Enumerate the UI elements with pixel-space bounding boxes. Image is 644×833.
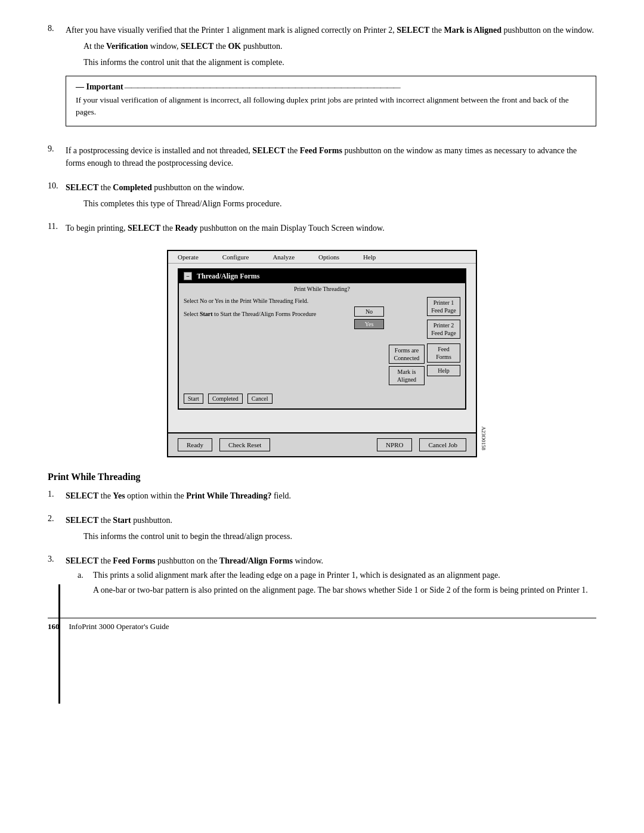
dialog-right-panel: Printer 1Feed Page Printer 2Feed Page Fo…: [389, 297, 460, 385]
ready-button[interactable]: Ready: [178, 438, 212, 451]
alpha-step-a: This prints a solid alignment mark after…: [78, 571, 596, 596]
instruction-2: Select Start to Start the Thread/Align F…: [184, 310, 349, 318]
pwt-step-3: SELECT the Feed Forms pushbutton on the …: [48, 555, 596, 600]
step-8: After you have visually verified that th…: [48, 24, 596, 136]
step-10: SELECT the Completed pushbutton on the w…: [48, 181, 596, 213]
feed-forms-button[interactable]: Feed Forms: [427, 343, 460, 363]
printer2-feed-page-button[interactable]: Printer 2Feed Page: [427, 320, 460, 339]
print-while-label: Print While Threading?: [179, 283, 465, 292]
step-8-sub-2: This informs the control unit that the a…: [66, 56, 596, 69]
step-10-text: SELECT the Completed pushbutton on the w…: [66, 181, 596, 194]
dialog-instructions: Select No or Yes in the Print While Thre…: [184, 297, 349, 385]
pwt-step-1: SELECT the Yes option within the Print W…: [48, 490, 596, 506]
menu-analyze[interactable]: Analyze: [273, 253, 295, 261]
status-group: Forms areConnected Mark isAligned: [389, 345, 425, 385]
product-name: InfoPrint 3000 Operator's Guide: [69, 622, 169, 631]
print-while-options: No Yes: [354, 297, 384, 385]
npro-button[interactable]: NPRO: [377, 438, 412, 451]
dialog-titlebar: − Thread/Align Forms: [179, 270, 465, 283]
step-9: If a postprocessing device is installed …: [48, 144, 596, 173]
dialog-title: Thread/Align Forms: [197, 272, 259, 281]
important-box: Important If your visual verification of…: [66, 76, 596, 126]
step-11: To begin printing, SELECT the Ready push…: [48, 222, 596, 238]
thread-align-dialog: − Thread/Align Forms Print While Threadi…: [178, 268, 466, 410]
cancel-job-button[interactable]: Cancel Job: [419, 438, 466, 451]
dialog-bottom-buttons: Start Completed Cancel: [179, 390, 465, 408]
start-button[interactable]: Start: [184, 394, 203, 404]
important-title: Important: [76, 82, 586, 92]
yes-option-button[interactable]: Yes: [354, 319, 384, 329]
minimize-button[interactable]: −: [184, 272, 192, 280]
step-8-text: After you have visually verified that th…: [66, 24, 596, 36]
printer1-feed-page-button[interactable]: Printer 1Feed Page: [427, 297, 460, 316]
pwt-step-2: SELECT the Start pushbutton. This inform…: [48, 514, 596, 546]
menu-operate[interactable]: Operate: [178, 253, 199, 261]
pwt-step-3-text: SELECT the Feed Forms pushbutton on the …: [66, 555, 596, 567]
menu-options[interactable]: Options: [318, 253, 339, 261]
pwt-step-2-sub: This informs the control unit to begin t…: [66, 530, 596, 543]
step-8-sub-1: At the Verification window, SELECT the O…: [66, 40, 596, 52]
check-reset-button[interactable]: Check Reset: [219, 438, 270, 451]
no-option-button[interactable]: No: [354, 306, 384, 317]
completed-button[interactable]: Completed: [208, 394, 243, 404]
step-11-text: To begin printing, SELECT the Ready push…: [66, 222, 596, 234]
menu-help[interactable]: Help: [363, 253, 376, 261]
menu-configure[interactable]: Configure: [222, 253, 249, 261]
print-while-threading-section: Print While Threading SELECT the Yes opt…: [48, 472, 596, 600]
alpha-list: This prints a solid alignment mark after…: [66, 571, 596, 596]
section-title: Print While Threading: [48, 472, 596, 482]
help-button[interactable]: Help: [427, 365, 460, 376]
step-10-sub: This completes this type of Thread/Align…: [66, 197, 596, 210]
diagram-id: A23O0158: [481, 426, 487, 450]
instruction-1: Select No or Yes in the Print While Thre…: [184, 297, 349, 305]
mark-aligned-button[interactable]: Mark isAligned: [389, 366, 425, 385]
pwt-step-2-text: SELECT the Start pushbutton.: [66, 514, 596, 527]
alpha-a-text: This prints a solid alignment mark after…: [93, 571, 596, 580]
change-bar: [58, 584, 60, 704]
alpha-a-sub: A one-bar or two-bar pattern is also pri…: [93, 584, 596, 596]
cancel-button[interactable]: Cancel: [247, 394, 273, 404]
page-number: 160: [48, 622, 60, 631]
important-text: If your visual verification of alignment…: [76, 94, 586, 119]
pwt-step-1-text: SELECT the Yes option within the Print W…: [66, 490, 596, 502]
ui-diagram: Operate Configure Analyze Options Help −…: [167, 250, 477, 457]
forms-connected-button[interactable]: Forms areConnected: [389, 345, 425, 364]
page-footer: 160 InfoPrint 3000 Operator's Guide: [48, 618, 596, 631]
step-9-text: If a postprocessing device is installed …: [66, 144, 596, 169]
bottom-panel: Ready Check Reset NPRO Cancel Job: [168, 432, 476, 456]
menubar: Operate Configure Analyze Options Help: [168, 251, 476, 264]
